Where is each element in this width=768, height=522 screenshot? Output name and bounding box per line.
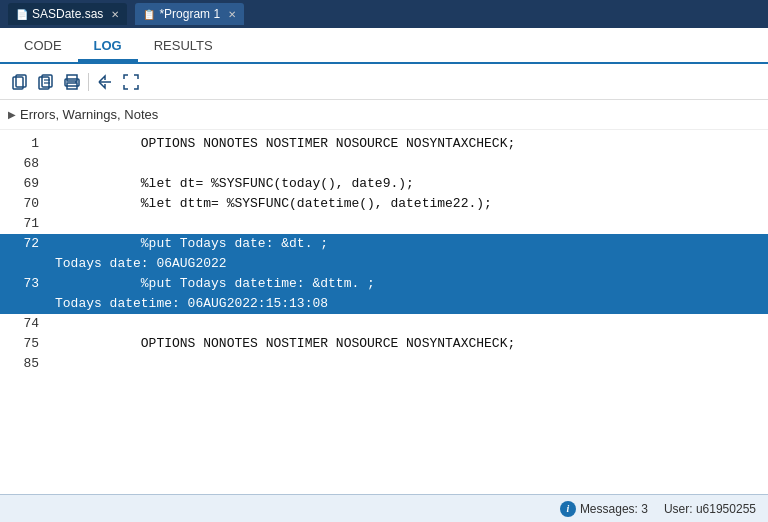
code-line: 1 OPTIONS NONOTES NOSTIMER NOSOURCE NOSY… xyxy=(0,134,768,154)
line-number: 74 xyxy=(0,314,55,334)
info-icon: i xyxy=(560,501,576,517)
tab-sasdatesas-label: SASDate.sas xyxy=(32,7,103,21)
tab-program1-label: *Program 1 xyxy=(159,7,220,21)
code-area: 1 OPTIONS NONOTES NOSTIMER NOSOURCE NOSY… xyxy=(0,130,768,494)
line-content: %put Todays date: &dt. ; xyxy=(55,234,768,254)
status-bar: i Messages: 3 User: u61950255 xyxy=(0,494,768,522)
tab-sasdatesas-close[interactable]: ✕ xyxy=(111,9,119,20)
print-button[interactable] xyxy=(60,70,84,94)
filter-arrow-icon: ▶ xyxy=(8,109,16,120)
line-number: 73 xyxy=(0,274,55,294)
title-bar: 📄 SASDate.sas ✕ 📋 *Program 1 ✕ xyxy=(0,0,768,28)
line-content: %let dttm= %SYSFUNC(datetime(), datetime… xyxy=(55,194,768,214)
tab-log[interactable]: LOG xyxy=(78,32,138,62)
print-icon xyxy=(64,74,80,90)
toolbar-sep1 xyxy=(88,73,89,91)
line-content: Todays date: 06AUG2022 xyxy=(55,254,768,274)
copy-button[interactable] xyxy=(8,70,32,94)
code-line: 69 %let dt= %SYSFUNC(today(), date9.); xyxy=(0,174,768,194)
copy-formatted-icon xyxy=(38,74,54,90)
code-line: 74 xyxy=(0,314,768,334)
tab-code[interactable]: CODE xyxy=(8,32,78,62)
expand-button[interactable] xyxy=(93,70,117,94)
messages-label: Messages: 3 xyxy=(580,502,648,516)
code-line: 72 %put Todays date: &dt. ; xyxy=(0,234,768,254)
line-content: %put Todays datetime: &dttm. ; xyxy=(55,274,768,294)
code-line: Todays datetime: 06AUG2022:15:13:08 xyxy=(0,294,768,314)
line-number: 85 xyxy=(0,354,55,374)
file-icon: 📄 xyxy=(16,9,28,20)
tab-program1-close[interactable]: ✕ xyxy=(228,9,236,20)
code-line: 85 xyxy=(0,354,768,374)
tab-results[interactable]: RESULTS xyxy=(138,32,229,62)
line-number: 75 xyxy=(0,334,55,354)
expand-icon xyxy=(97,74,113,90)
fullscreen-button[interactable] xyxy=(119,70,143,94)
line-number: 68 xyxy=(0,154,55,174)
copy-icon xyxy=(12,74,28,90)
code-line: 71 xyxy=(0,214,768,234)
svg-point-9 xyxy=(75,81,77,83)
code-line: 70 %let dttm= %SYSFUNC(datetime(), datet… xyxy=(0,194,768,214)
code-line: Todays date: 06AUG2022 xyxy=(0,254,768,274)
code-line: 68 xyxy=(0,154,768,174)
tab-program1[interactable]: 📋 *Program 1 ✕ xyxy=(135,3,244,25)
filter-label: Errors, Warnings, Notes xyxy=(20,107,158,122)
line-number: 70 xyxy=(0,194,55,214)
line-number: 1 xyxy=(0,134,55,154)
status-messages: i Messages: 3 xyxy=(560,501,648,517)
tab-sasdatesas[interactable]: 📄 SASDate.sas ✕ xyxy=(8,3,127,25)
line-number: 71 xyxy=(0,214,55,234)
line-content: OPTIONS NONOTES NOSTIMER NOSOURCE NOSYNT… xyxy=(55,334,768,354)
svg-rect-6 xyxy=(67,75,77,81)
code-line: 75 OPTIONS NONOTES NOSTIMER NOSOURCE NOS… xyxy=(0,334,768,354)
nav-tabs: CODE LOG RESULTS xyxy=(0,28,768,64)
line-number: 69 xyxy=(0,174,55,194)
user-label: User: u61950255 xyxy=(664,502,756,516)
program-icon: 📋 xyxy=(143,9,155,20)
line-number: 72 xyxy=(0,234,55,254)
line-content: Todays datetime: 06AUG2022:15:13:08 xyxy=(55,294,768,314)
line-content: %let dt= %SYSFUNC(today(), date9.); xyxy=(55,174,768,194)
line-content: OPTIONS NONOTES NOSTIMER NOSOURCE NOSYNT… xyxy=(55,134,768,154)
copy-formatted-button[interactable] xyxy=(34,70,58,94)
fullscreen-icon xyxy=(123,74,139,90)
toolbar xyxy=(0,64,768,100)
filter-bar[interactable]: ▶ Errors, Warnings, Notes xyxy=(0,100,768,130)
code-line: 73 %put Todays datetime: &dttm. ; xyxy=(0,274,768,294)
